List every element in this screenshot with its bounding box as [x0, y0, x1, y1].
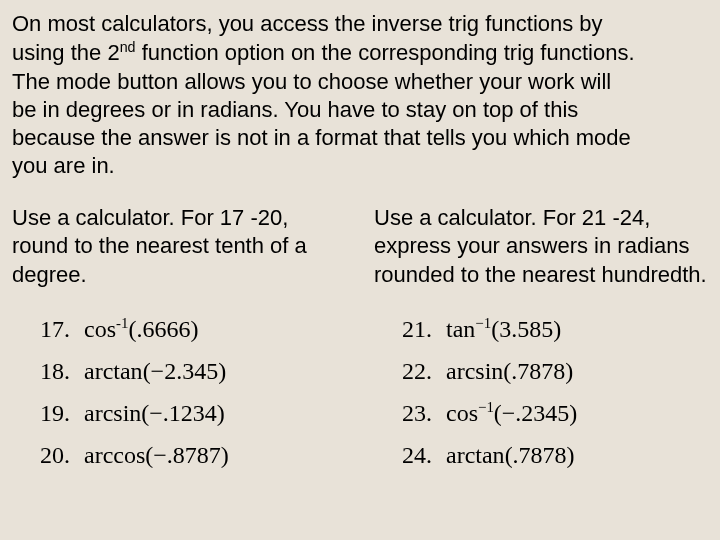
right-problems: 21. tan−1(3.585) 22. arcsin(.7878) 23. c… — [374, 315, 708, 469]
problem-number: 17. — [40, 316, 84, 343]
problem-expression: tan−1(3.585) — [446, 315, 561, 343]
intro-line6: you are in. — [12, 153, 115, 178]
left-instruction: Use a calculator. For 17 -20, round to t… — [12, 204, 346, 288]
problem-number: 20. — [40, 442, 84, 469]
columns: Use a calculator. For 17 -20, round to t… — [12, 204, 708, 482]
problem-expression: arccos(−.8787) — [84, 441, 229, 469]
problem-18: 18. arctan(−2.345) — [40, 357, 346, 385]
problem-number: 24. — [402, 442, 446, 469]
intro-line2a: using the 2 — [12, 40, 120, 65]
right-column: Use a calculator. For 21 -24, express yo… — [374, 204, 708, 482]
intro-sup: nd — [120, 39, 136, 55]
intro-line1: On most calculators, you access the inve… — [12, 11, 603, 36]
intro-line4: be in degrees or in radians. You have to… — [12, 97, 578, 122]
intro-line5: because the answer is not in a format th… — [12, 125, 631, 150]
problem-number: 18. — [40, 358, 84, 385]
left-problems: 17. cos-1(.6666) 18. arctan(−2.345) 19. … — [12, 315, 346, 469]
problem-expression: cos−1(−.2345) — [446, 399, 577, 427]
problem-expression: arcsin(.7878) — [446, 357, 573, 385]
problem-17: 17. cos-1(.6666) — [40, 315, 346, 343]
problem-20: 20. arccos(−.8787) — [40, 441, 346, 469]
intro-paragraph: On most calculators, you access the inve… — [12, 10, 708, 180]
problem-expression: arctan(.7878) — [446, 441, 575, 469]
slide: On most calculators, you access the inve… — [0, 0, 720, 540]
problem-expression: arctan(−2.345) — [84, 357, 226, 385]
left-column: Use a calculator. For 17 -20, round to t… — [12, 204, 346, 482]
intro-line2b: function option on the corresponding tri… — [136, 40, 635, 65]
problem-22: 22. arcsin(.7878) — [402, 357, 708, 385]
problem-19: 19. arcsin(−.1234) — [40, 399, 346, 427]
intro-line3: The mode button allows you to choose whe… — [12, 69, 611, 94]
problem-24: 24. arctan(.7878) — [402, 441, 708, 469]
problem-number: 23. — [402, 400, 446, 427]
problem-number: 21. — [402, 316, 446, 343]
problem-number: 19. — [40, 400, 84, 427]
right-instruction: Use a calculator. For 21 -24, express yo… — [374, 204, 708, 288]
problem-expression: cos-1(.6666) — [84, 315, 198, 343]
problem-number: 22. — [402, 358, 446, 385]
problem-expression: arcsin(−.1234) — [84, 399, 225, 427]
problem-21: 21. tan−1(3.585) — [402, 315, 708, 343]
problem-23: 23. cos−1(−.2345) — [402, 399, 708, 427]
